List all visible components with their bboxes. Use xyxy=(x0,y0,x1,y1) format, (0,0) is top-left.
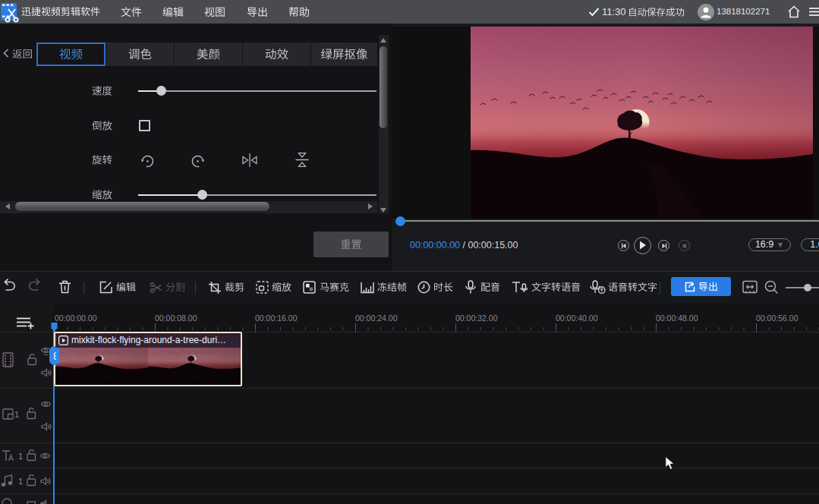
svg-text:1: 1 xyxy=(18,452,23,461)
svg-text:1: 1 xyxy=(14,410,19,419)
svg-text:1: 1 xyxy=(18,477,23,486)
